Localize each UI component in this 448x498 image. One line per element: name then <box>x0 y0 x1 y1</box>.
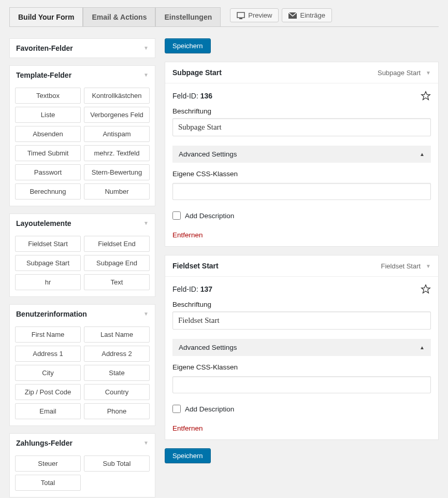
field-type-label: Subpage Start <box>378 69 421 77</box>
add-description-label: Add Description <box>185 405 234 413</box>
triangle-up-icon: ▲ <box>420 345 425 350</box>
field-type-button[interactable]: Sub Total <box>84 456 150 472</box>
panel-toggle-favorites[interactable]: ▼ <box>143 46 149 51</box>
field-type-button[interactable]: Last Name <box>84 326 150 343</box>
preview-label: Preview <box>248 11 272 19</box>
field-id-label: Feld-ID: 136 <box>172 92 212 100</box>
field-type-button[interactable]: Timed Submit <box>15 145 81 161</box>
panel-body-layout: Fieldset StartFieldset EndSubpage StartS… <box>10 233 155 296</box>
add-description-checkbox[interactable] <box>172 211 181 220</box>
field-id-value: 136 <box>200 92 212 100</box>
css-classes-label: Eigene CSS-Klassen <box>172 363 431 371</box>
panel-title-layout: Layoutelemente <box>16 219 71 227</box>
field-type-button[interactable]: Text <box>84 274 150 290</box>
field-type-button[interactable]: State <box>84 365 150 381</box>
field-type-button[interactable]: Phone <box>84 403 150 419</box>
panel-template: Template-Felder ▼ TextboxKontrollkästche… <box>9 65 155 206</box>
save-button-bottom[interactable]: Speichern <box>165 448 211 463</box>
save-button-top[interactable]: Speichern <box>165 38 211 53</box>
field-type-button[interactable]: Berechnung <box>15 183 81 200</box>
css-classes-input[interactable] <box>172 183 431 200</box>
chevron-down-icon[interactable]: ▼ <box>426 70 431 76</box>
field-type-button[interactable]: First Name <box>15 326 81 343</box>
advanced-settings-toggle[interactable]: Advanced Settings ▲ <box>172 339 431 356</box>
chevron-down-icon[interactable]: ▼ <box>426 263 431 269</box>
add-description-label: Add Description <box>185 212 234 220</box>
field-type-button[interactable]: Passwort <box>15 164 81 180</box>
star-icon[interactable] <box>421 91 431 101</box>
panel-favorites: Favoriten-Felder ▼ <box>9 38 155 58</box>
svg-marker-4 <box>422 285 430 293</box>
panel-layout: Layoutelemente ▼ Fieldset StartFieldset … <box>9 214 155 297</box>
preview-button[interactable]: Preview <box>230 8 279 22</box>
field-type-button[interactable]: Kontrollkästchen <box>84 88 150 104</box>
field-type-button[interactable]: Stern-Bewertung <box>84 164 150 180</box>
field-id-label: Feld-ID: 137 <box>172 285 212 293</box>
panel-title-template: Template-Felder <box>16 71 71 79</box>
panel-title-favorites: Favoriten-Felder <box>16 44 73 52</box>
field-label-caption: Beschriftung <box>172 301 431 308</box>
field-type-button[interactable]: Verborgenes Feld <box>84 107 150 123</box>
advanced-settings-toggle[interactable]: Advanced Settings ▲ <box>172 146 431 163</box>
field-card: Subpage Start Subpage Start ▼ Feld-ID: 1… <box>165 62 439 247</box>
panel-toggle-payment[interactable]: ▼ <box>143 440 149 446</box>
field-label-input[interactable] <box>172 311 431 330</box>
add-description-checkbox[interactable] <box>172 405 181 413</box>
panel-toggle-layout[interactable]: ▼ <box>143 221 149 226</box>
svg-rect-1 <box>239 18 242 19</box>
panel-body-user: First NameLast NameAddress 1Address 2Cit… <box>10 323 155 425</box>
tab-einstellungen[interactable]: Einstellungen <box>155 7 221 26</box>
field-type-button[interactable]: Number <box>84 183 150 200</box>
field-id-value: 137 <box>200 285 212 293</box>
panel-body-template: TextboxKontrollkästchenListeVerborgenes … <box>10 84 155 206</box>
preview-icon <box>237 12 245 19</box>
star-icon[interactable] <box>421 284 431 294</box>
field-label-caption: Beschriftung <box>172 107 431 115</box>
field-type-button[interactable]: mehrz. Textfeld <box>84 145 150 161</box>
field-type-button[interactable]: Address 1 <box>15 346 81 362</box>
remove-field-link[interactable]: Entfernen <box>172 231 431 239</box>
triangle-up-icon: ▲ <box>420 151 425 157</box>
field-type-button[interactable]: hr <box>15 274 81 290</box>
css-classes-input[interactable] <box>172 376 431 393</box>
field-type-button[interactable]: Antispam <box>84 126 150 142</box>
field-type-button[interactable]: Email <box>15 403 81 419</box>
field-type-button[interactable]: City <box>15 365 81 381</box>
tab-email-actions[interactable]: Email & Actions <box>83 7 155 26</box>
field-type-button[interactable]: Total <box>15 475 81 491</box>
svg-rect-0 <box>237 12 244 18</box>
field-type-label: Fieldset Start <box>381 262 421 270</box>
panel-toggle-user[interactable]: ▼ <box>143 311 149 317</box>
panel-user: Benutzerinformation ▼ First NameLast Nam… <box>9 304 155 426</box>
remove-field-link[interactable]: Entfernen <box>172 424 431 432</box>
css-classes-label: Eigene CSS-Klassen <box>172 170 431 178</box>
field-type-button[interactable]: Absenden <box>15 126 81 142</box>
panel-toggle-template[interactable]: ▼ <box>143 73 149 78</box>
field-type-button[interactable]: Steuer <box>15 456 81 472</box>
field-palette-sidebar: Favoriten-Felder ▼ Template-Felder ▼ Tex… <box>9 38 155 498</box>
field-card-title: Subpage Start <box>172 68 222 77</box>
field-type-button[interactable]: Subpage Start <box>15 255 81 271</box>
svg-marker-3 <box>422 92 430 100</box>
advanced-settings-label: Advanced Settings <box>179 150 237 158</box>
field-type-button[interactable]: Liste <box>15 107 81 123</box>
panel-title-payment: Zahlungs-Felder <box>16 439 73 447</box>
form-editor: Speichern Subpage Start Subpage Start ▼ … <box>165 38 439 463</box>
panel-payment: Zahlungs-Felder ▼ SteuerSub TotalTotal <box>9 433 155 497</box>
field-type-button[interactable]: Zip / Post Code <box>15 384 81 400</box>
field-type-button[interactable]: Subpage End <box>84 255 150 271</box>
field-type-button[interactable]: Textbox <box>15 88 81 104</box>
field-type-button[interactable]: Address 2 <box>84 346 150 362</box>
advanced-settings-label: Advanced Settings <box>179 344 237 351</box>
field-label-input[interactable] <box>172 118 431 136</box>
field-type-button[interactable]: Fieldset End <box>84 236 150 252</box>
mail-icon <box>288 12 297 19</box>
field-card-title: Fieldset Start <box>172 262 219 270</box>
field-type-button[interactable]: Country <box>84 384 150 400</box>
panel-title-user: Benutzerinformation <box>16 310 87 318</box>
tabbar: Build Your Form Email & Actions Einstell… <box>9 7 439 27</box>
entries-button[interactable]: Einträge <box>282 8 331 22</box>
field-type-button[interactable]: Fieldset Start <box>15 236 81 252</box>
entries-label: Einträge <box>300 11 325 19</box>
tab-build-your-form[interactable]: Build Your Form <box>9 7 83 26</box>
